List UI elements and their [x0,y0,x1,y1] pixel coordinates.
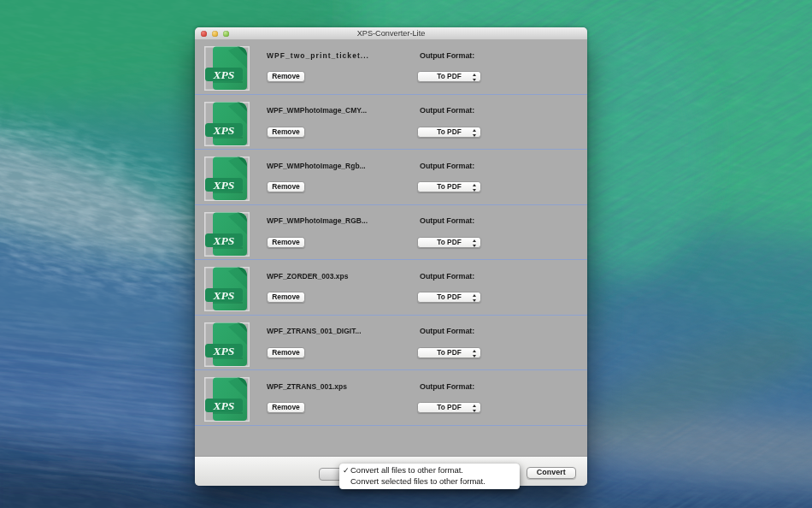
svg-text:XPS: XPS [213,234,235,247]
svg-text:XPS: XPS [213,124,235,137]
svg-text:XPS: XPS [213,179,235,192]
svg-text:XPS: XPS [213,289,235,302]
svg-text:XPS: XPS [213,68,235,81]
svg-text:XPS: XPS [213,399,235,412]
svg-text:XPS: XPS [213,345,235,357]
